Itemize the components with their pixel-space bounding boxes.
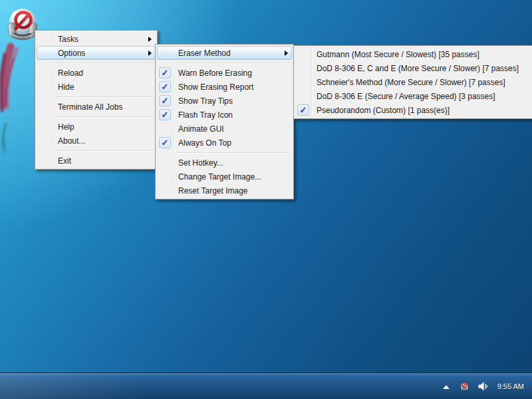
- menu-item-gutmann-most-secure-slowest-35-passes[interactable]: Gutmann (Most Secure / Slowest) [35 pass…: [295, 47, 531, 61]
- menu-item-label: Eraser Method: [178, 49, 231, 58]
- menu-item-label: Animate GUI: [178, 124, 224, 134]
- menu-separator: [157, 150, 292, 156]
- menu-item-exit[interactable]: Exit: [37, 154, 156, 168]
- menu-item-dod-8-306-e-secure-average-speed-3-passes[interactable]: DoD 8-306 E (Secure / Average Speed) [3 …: [295, 89, 531, 103]
- menu-item-label: DoD 8-306 E (Secure / Average Speed) [3 …: [317, 92, 495, 101]
- submenu-arrow-icon: [148, 51, 152, 56]
- menu-item-label: Gutmann (Most Secure / Slowest) [35 pass…: [317, 50, 479, 59]
- taskbar: 9:55 AM: [0, 372, 532, 399]
- menu-item-always-on-top[interactable]: ✓Always On Top: [157, 136, 292, 150]
- menu-separator: [157, 60, 292, 66]
- menu-item-label: Set Hotkey...: [178, 158, 223, 168]
- menu-item-label: Change Target Image...: [178, 172, 261, 182]
- menu-item-label: DoD 8-306 E, C and E (More Secure / Slow…: [317, 64, 519, 73]
- menu-item-label: Pseudorandom (Custom) [1 pass(es)]: [317, 106, 450, 115]
- checkmark-icon: ✓: [159, 67, 171, 78]
- menu-item-label: Warn Before Erasing: [178, 68, 252, 78]
- menu-item-help[interactable]: Help: [37, 120, 156, 134]
- menu-item-label: Show Tray Tips: [178, 96, 233, 106]
- menu-item-show-erasing-report[interactable]: ✓Show Erasing Report: [157, 80, 292, 94]
- checkmark-icon: ✓: [159, 81, 171, 92]
- menu-item-label: Exit: [58, 156, 71, 166]
- menu-item-label: Reset Target Image: [178, 186, 248, 196]
- menu-item-label: Flash Tray Icon: [178, 110, 233, 120]
- menu-item-dod-8-306-e-c-and-e-more-secure-slower-7-passes[interactable]: DoD 8-306 E, C and E (More Secure / Slow…: [295, 61, 531, 75]
- menu-separator: [37, 60, 156, 66]
- menu-item-eraser-method[interactable]: Eraser Method: [157, 46, 292, 60]
- menu-separator: [37, 148, 156, 154]
- menu-item-terminate-all-jobs[interactable]: Terminate All Jobs: [37, 100, 156, 114]
- tray-menu-main: TasksOptionsReloadHideTerminate All Jobs…: [35, 30, 158, 170]
- menu-item-label: Schneier's Method (More Secure / Slower)…: [317, 78, 505, 87]
- checkmark-icon: ✓: [159, 137, 171, 148]
- speaker-glyph: [477, 381, 489, 392]
- eraser-tray-glyph: [459, 380, 470, 392]
- checkmark-icon: ✓: [297, 104, 309, 116]
- menu-item-label: Tasks: [58, 35, 78, 44]
- menu-item-animate-gui[interactable]: Animate GUI: [157, 122, 292, 136]
- menu-item-label: Always On Top: [178, 138, 231, 148]
- up-arrow-icon: [443, 385, 450, 389]
- submenu-arrow-icon: [148, 37, 152, 42]
- menu-item-change-target-image[interactable]: Change Target Image...: [157, 170, 292, 184]
- menu-item-reset-target-image[interactable]: Reset Target Image: [157, 184, 292, 198]
- menu-item-label: Reload: [58, 68, 83, 78]
- menu-item-reload[interactable]: Reload: [37, 66, 156, 80]
- checkmark-icon: ✓: [159, 109, 171, 120]
- menu-item-label: About...: [58, 136, 85, 146]
- menu-item-label: Hide: [58, 82, 74, 92]
- menu-item-label: Help: [58, 122, 74, 132]
- menu-item-hide[interactable]: Hide: [37, 80, 156, 94]
- volume-icon[interactable]: [477, 380, 489, 392]
- checkmark-icon: ✓: [159, 95, 171, 106]
- eraser-tray-icon[interactable]: [459, 380, 471, 392]
- submenu-options: Eraser Method✓Warn Before Erasing✓Show E…: [155, 44, 294, 200]
- submenu-arrow-icon: [285, 51, 288, 56]
- menu-separator: [37, 94, 156, 100]
- taskbar-clock[interactable]: 9:55 AM: [496, 382, 529, 390]
- menu-item-about[interactable]: About...: [37, 134, 156, 148]
- system-tray: 9:55 AM: [440, 373, 529, 399]
- menu-item-tasks[interactable]: Tasks: [37, 32, 156, 46]
- menu-separator: [37, 114, 156, 120]
- desktop: TasksOptionsReloadHideTerminate All Jobs…: [0, 0, 532, 399]
- show-hidden-icons-button[interactable]: [440, 380, 452, 392]
- menu-item-show-tray-tips[interactable]: ✓Show Tray Tips: [157, 94, 292, 108]
- menu-item-set-hotkey[interactable]: Set Hotkey...: [157, 156, 292, 170]
- menu-item-label: Show Erasing Report: [178, 82, 253, 92]
- menu-item-pseudorandom-custom-1-pass-es[interactable]: ✓Pseudorandom (Custom) [1 pass(es)]: [295, 103, 531, 117]
- submenu-eraser-method: Gutmann (Most Secure / Slowest) [35 pass…: [293, 45, 532, 119]
- menu-item-flash-tray-icon[interactable]: ✓Flash Tray Icon: [157, 108, 292, 122]
- wallpaper-paint-streaks: [0, 39, 31, 178]
- menu-item-schneier-s-method-more-secure-slower-7-passes[interactable]: Schneier's Method (More Secure / Slower)…: [295, 75, 531, 89]
- menu-item-label: Terminate All Jobs: [58, 102, 122, 112]
- menu-item-warn-before-erasing[interactable]: ✓Warn Before Erasing: [157, 66, 292, 80]
- menu-item-label: Options: [58, 49, 85, 58]
- menu-item-options[interactable]: Options: [37, 46, 156, 60]
